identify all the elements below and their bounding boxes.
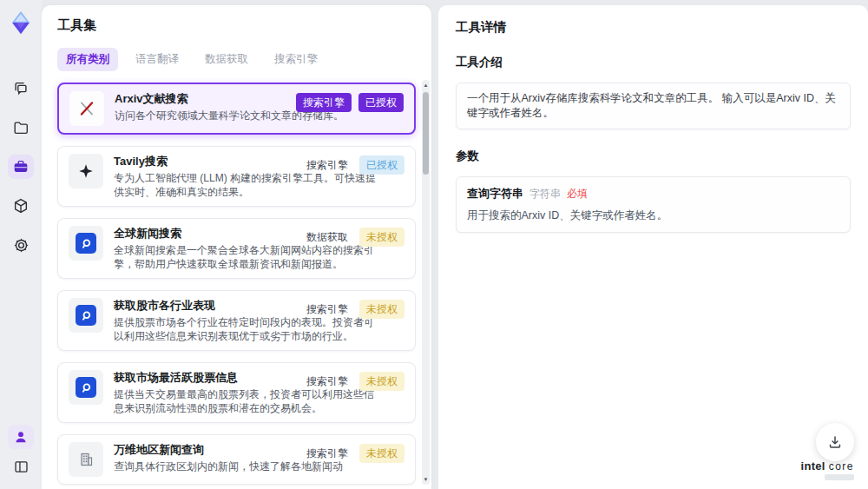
tool-desc: 提供当天交易量最高的股票列表，投资者可以利用这些信息来识别流动性强的股票和潜在的… xyxy=(114,388,404,415)
auth-status-badge: 未授权 xyxy=(359,444,404,463)
tools-panel: 工具集 所有类别 语言翻译 数据获取 搜索引擎 Arxiv文献搜索 访问各个研究… xyxy=(42,5,431,489)
auth-status-badge: 已授权 xyxy=(358,93,404,112)
tool-card-most-active-stocks[interactable]: 获取市场最活跃股票信息 提供当天交易量最高的股票列表，投资者可以利用这些信息来识… xyxy=(57,362,416,423)
tool-card-arxiv[interactable]: Arxiv文献搜索 访问各个研究领域大量科学论文和文章的存储库。 搜索引擎 已授… xyxy=(57,83,416,135)
category-label: 数据获取 xyxy=(306,230,348,245)
intel-logo-text: intel xyxy=(801,459,825,472)
detail-title: 工具详情 xyxy=(456,19,851,36)
download-icon xyxy=(826,433,844,451)
params-heading: 参数 xyxy=(456,149,851,164)
tool-desc: 提供股票市场各个行业在特定时间段内的表现。投资者可以利用这些信息来识别表现优于或… xyxy=(114,316,404,343)
tab-search-engine[interactable]: 搜索引擎 xyxy=(266,48,326,71)
folder-icon[interactable] xyxy=(8,116,34,140)
tab-data-fetch[interactable]: 数据获取 xyxy=(196,48,257,71)
tool-desc: 专为人工智能代理 (LLM) 构建的搜索引擎工具。可快速提供实时、准确和真实的结… xyxy=(114,172,404,199)
left-rail xyxy=(0,0,42,489)
building-icon xyxy=(69,442,103,477)
auth-status-badge: 未授权 xyxy=(359,300,404,319)
tool-card-sector-performance[interactable]: 获取股市各行业表现 提供股票市场各个行业在特定时间段内的表现。投资者可以利用这些… xyxy=(57,290,416,351)
tool-desc: 全球新闻搜索是一个聚合全球各大新闻网站内容的搜索引擎，帮助用户快速获取全球最新资… xyxy=(114,244,404,271)
tool-list: Arxiv文献搜索 访问各个研究领域大量科学论文和文章的存储库。 搜索引擎 已授… xyxy=(57,83,416,485)
tool-card-regional-news[interactable]: 万维地区新闻查询 查询具体行政区划内的新闻，快速了解各地新闻动 搜索引擎 未授权 xyxy=(57,434,416,485)
category-label: 搜索引擎 xyxy=(306,302,348,317)
user-avatar-icon[interactable] xyxy=(8,425,34,449)
auth-status-badge: 未授权 xyxy=(359,372,404,391)
toolbox-icon-active[interactable] xyxy=(8,155,34,179)
param-box: 查询字符串 字符串 必填 用于搜索的Arxiv ID、关键字或作者姓名。 xyxy=(456,176,851,233)
arxiv-logo-icon xyxy=(69,91,104,126)
param-desc: 用于搜索的Arxiv ID、关键字或作者姓名。 xyxy=(467,208,839,223)
category-label: 搜索引擎 xyxy=(306,446,348,461)
param-name: 查询字符串 xyxy=(467,186,523,202)
scroll-down-arrow[interactable]: ▼ xyxy=(422,476,430,483)
intel-core-branding: intel core xyxy=(801,459,855,480)
app-logo xyxy=(5,7,36,38)
intel-sub-badge xyxy=(825,474,854,480)
auth-status-badge: 已授权 xyxy=(359,155,404,175)
tab-all-categories[interactable]: 所有类别 xyxy=(57,48,118,71)
page-title: 工具集 xyxy=(57,17,416,34)
tool-detail-panel: 工具详情 工具介绍 一个用于从Arxiv存储库搜索科学论文和文章的工具。 输入可… xyxy=(438,5,868,489)
core-logo-text: core xyxy=(829,460,854,472)
intro-heading: 工具介绍 xyxy=(456,55,851,70)
chat-icon[interactable] xyxy=(8,76,34,101)
scrollbar-thumb[interactable] xyxy=(423,92,429,175)
tool-card-tavily[interactable]: Tavily搜索 专为人工智能代理 (LLM) 构建的搜索引擎工具。可快速提供实… xyxy=(57,146,416,207)
category-badge: 搜索引擎 xyxy=(296,93,352,112)
auth-status-badge: 未授权 xyxy=(359,228,404,247)
param-type: 字符串 xyxy=(529,187,561,202)
cube-icon[interactable] xyxy=(8,194,34,218)
category-label: 搜索引擎 xyxy=(306,158,348,173)
download-button[interactable] xyxy=(816,423,854,461)
tavily-star-icon xyxy=(69,154,103,188)
tool-card-global-news[interactable]: 全球新闻搜索 全球新闻搜索是一个聚合全球各大新闻网站内容的搜索引擎，帮助用户快速… xyxy=(57,218,416,279)
intro-box: 一个用于从Arxiv存储库搜索科学论文和文章的工具。 输入可以是Arxiv ID… xyxy=(456,83,851,129)
finance-app-icon xyxy=(69,298,103,333)
scroll-up-arrow[interactable]: ▲ xyxy=(422,82,430,89)
list-scrollbar[interactable]: ▲ ▼ xyxy=(422,80,430,485)
settings-gear-icon[interactable] xyxy=(8,233,34,257)
finance-app-icon xyxy=(69,370,103,405)
category-tabs: 所有类别 语言翻译 数据获取 搜索引擎 xyxy=(57,48,416,71)
category-label: 搜索引擎 xyxy=(306,374,348,389)
param-required-flag: 必填 xyxy=(567,187,588,202)
sidebar-toggle-icon[interactable] xyxy=(8,454,34,479)
tab-translation[interactable]: 语言翻译 xyxy=(127,48,187,71)
news-app-icon xyxy=(69,226,103,261)
